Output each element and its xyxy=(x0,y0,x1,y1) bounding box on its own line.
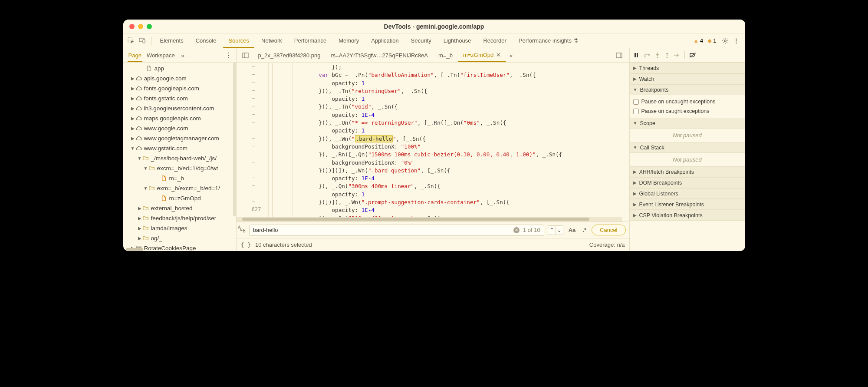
toggle-navigator-icon[interactable] xyxy=(241,48,250,62)
settings-icon[interactable] xyxy=(721,36,730,45)
navigator-h-scrollbar[interactable] xyxy=(126,248,143,251)
tree-item[interactable]: ▼www.gstatic.com xyxy=(123,143,236,153)
window-title: DevTools - gemini.google.com/app xyxy=(123,23,745,30)
toggle-replace-icon[interactable]: A↳B xyxy=(240,226,246,233)
tree-item[interactable]: ▼excm=_b/ed=1/dg=0/wt xyxy=(123,163,236,173)
tree-item[interactable]: ▶fonts.gstatic.com xyxy=(123,93,236,103)
tree-item[interactable]: ▶lamda/images xyxy=(123,223,236,233)
tab-console[interactable]: Console xyxy=(191,35,222,46)
device-toolbar-icon[interactable] xyxy=(138,36,147,45)
tab-network[interactable]: Network xyxy=(256,35,287,46)
navigator-menu-icon[interactable]: ⋮ xyxy=(225,51,232,59)
fold-column xyxy=(269,63,293,222)
step-out-icon[interactable] xyxy=(664,52,670,58)
clear-search-icon[interactable]: ✕ xyxy=(513,227,519,233)
tree-item[interactable]: ▼_/mss/boq-bard-web/_/js/ xyxy=(123,153,236,163)
search-input-wrap: ✕ 1 of 10 xyxy=(249,225,544,236)
pause-uncaught-row[interactable]: Pause on uncaught exceptions xyxy=(633,97,742,106)
section-dom[interactable]: ▶DOM Breakpoints xyxy=(630,177,745,188)
step-over-icon[interactable] xyxy=(644,52,651,58)
tree-item[interactable]: ▶www.google.com xyxy=(123,123,236,133)
close-icon[interactable]: ✕ xyxy=(496,52,501,58)
close-window-button[interactable] xyxy=(129,24,135,29)
editor-tab-2[interactable]: m=_b xyxy=(433,48,458,62)
tab-elements[interactable]: Elements xyxy=(155,35,189,46)
tree-item[interactable]: ▶lh3.googleusercontent.com xyxy=(123,103,236,113)
search-input[interactable] xyxy=(253,227,513,233)
disclosure-icon: ▶ xyxy=(137,236,142,241)
warnings-badge[interactable]: ▲4 xyxy=(693,37,703,44)
tree-item[interactable]: ▶external_hosted xyxy=(123,203,236,213)
navigator-tab-workspace[interactable]: Workspace xyxy=(146,50,176,61)
tree-item[interactable]: ▶apis.google.com xyxy=(123,73,236,83)
editor-tab-1[interactable]: rs=AA2YrTtSSgfw…27SqFENIJRc8eA xyxy=(326,48,433,62)
inspect-icon[interactable] xyxy=(127,36,135,45)
editor-pane: p_2x_387ed93f4280.png rs=AA2YrTtSSgfw…27… xyxy=(237,48,630,251)
match-case-toggle[interactable]: Aa xyxy=(567,227,578,233)
checkbox-icon[interactable] xyxy=(633,99,639,105)
code-editor[interactable]: ––––––––––––––––––627– }); var bGc = _.P… xyxy=(237,63,629,222)
pause-caught-row[interactable]: Pause on caught exceptions xyxy=(633,106,742,116)
tree-item[interactable]: app xyxy=(123,63,236,73)
section-callstack[interactable]: ▼Call Stack xyxy=(630,142,745,153)
tab-security[interactable]: Security xyxy=(406,35,437,46)
tree-item[interactable]: ▼exm=_b/excm=_b/ed=1/ xyxy=(123,183,236,193)
pretty-print-icon[interactable]: { } xyxy=(241,241,251,248)
editor-tab-3[interactable]: m=zGmOpd✕ xyxy=(458,48,506,62)
tab-lighthouse[interactable]: Lighthouse xyxy=(438,35,477,46)
tab-recorder[interactable]: Recorder xyxy=(478,35,511,46)
navigator-scrollbar[interactable] xyxy=(233,63,236,216)
code-content[interactable]: }); var bGc = _.Pn("bardHelloAnimation",… xyxy=(293,63,629,222)
regex-toggle[interactable]: .* xyxy=(581,227,588,233)
cloud-icon xyxy=(135,145,142,152)
section-event[interactable]: ▶Event Listener Breakpoints xyxy=(630,199,745,210)
pause-icon[interactable] xyxy=(633,52,639,58)
tab-sources[interactable]: Sources xyxy=(223,35,254,48)
file-orange-icon xyxy=(161,195,168,202)
issues-badge[interactable]: ◆1 xyxy=(707,37,716,44)
search-next-button[interactable]: ⌄ xyxy=(556,225,563,235)
checkbox-icon[interactable] xyxy=(633,109,639,114)
more-icon[interactable]: ⋮ xyxy=(732,36,741,45)
status-bar: { } 10 characters selected Coverage: n/a xyxy=(237,238,629,251)
editor-h-scrollbar[interactable] xyxy=(237,217,622,222)
tab-performance[interactable]: Performance xyxy=(289,35,332,46)
section-breakpoints[interactable]: ▼Breakpoints xyxy=(630,84,745,95)
folder-icon xyxy=(148,165,155,172)
maximize-window-button[interactable] xyxy=(147,24,152,29)
section-threads[interactable]: ▶Threads xyxy=(630,63,745,73)
cloud-icon xyxy=(135,95,142,102)
tree-item-label: lamda/images xyxy=(151,225,187,232)
tree-item[interactable]: ▶www.googletagmanager.com xyxy=(123,133,236,143)
step-icon[interactable] xyxy=(674,52,680,58)
tab-performance-insights[interactable]: Performance insights ⚗ xyxy=(513,35,584,46)
section-scope[interactable]: ▼Scope xyxy=(630,118,745,129)
section-global[interactable]: ▶Global Listeners xyxy=(630,188,745,199)
tree-item[interactable]: ▶og/_ xyxy=(123,233,236,243)
tree-item[interactable]: m=zGmOpd xyxy=(123,193,236,203)
section-xhr[interactable]: ▶XHR/fetch Breakpoints xyxy=(630,166,745,177)
tree-item-label: feedback/js/help/prod/ser xyxy=(151,215,217,222)
navigator-more-icon[interactable]: » xyxy=(179,52,186,59)
editor-tab-0[interactable]: p_2x_387ed93f4280.png xyxy=(253,48,326,62)
tab-memory[interactable]: Memory xyxy=(333,35,364,46)
tree-item-label: www.gstatic.com xyxy=(144,145,188,152)
deactivate-breakpoints-icon[interactable] xyxy=(689,52,696,58)
tree-item[interactable]: ▶maps.googleapis.com xyxy=(123,113,236,123)
navigator-tab-page[interactable]: Page xyxy=(128,50,142,62)
folder-icon xyxy=(148,185,155,192)
step-into-icon[interactable] xyxy=(655,52,660,58)
disclosure-icon: ▶ xyxy=(130,126,135,131)
tab-application[interactable]: Application xyxy=(366,35,404,46)
cloud-icon xyxy=(135,105,142,112)
toggle-debugger-icon[interactable] xyxy=(615,48,624,62)
tree-item[interactable]: ▶feedback/js/help/prod/ser xyxy=(123,213,236,223)
tree-item[interactable]: m=_b xyxy=(123,173,236,183)
search-cancel-button[interactable]: Cancel xyxy=(592,225,625,235)
tree-item[interactable]: ▶fonts.googleapis.com xyxy=(123,83,236,93)
search-prev-button[interactable]: ⌃ xyxy=(548,225,556,235)
minimize-window-button[interactable] xyxy=(138,24,143,29)
editor-tabs-overflow-icon[interactable]: » xyxy=(506,48,516,62)
section-csp[interactable]: ▶CSP Violation Breakpoints xyxy=(630,210,745,221)
section-watch[interactable]: ▶Watch xyxy=(630,73,745,84)
